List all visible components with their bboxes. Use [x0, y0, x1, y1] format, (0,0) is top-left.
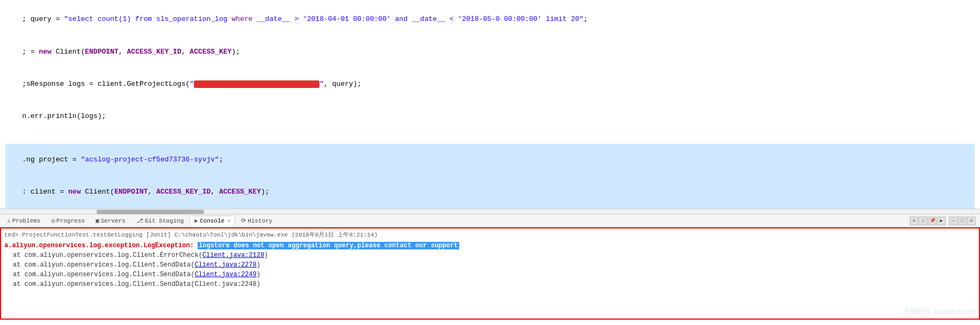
- tab-history[interactable]: ⟳ History: [236, 216, 277, 226]
- stack-link-3[interactable]: Client.java:2249: [194, 271, 256, 278]
- history-icon: ⟳: [241, 217, 246, 224]
- code-line-2: ; = new Client(ENDPOINT, ACCESS_KEY_ID, …: [5, 35, 975, 68]
- stack-link-2[interactable]: Client.java:2278: [194, 261, 256, 269]
- git-icon: ⎇: [136, 217, 143, 224]
- console-maximize-button[interactable]: □: [958, 217, 967, 225]
- stack-line-4: at com.aliyun.openservices.log.Client.Se…: [4, 279, 976, 289]
- console-content: ted> ProjectFunctionTest.testGetLogging …: [1, 228, 979, 291]
- console-icon: ▶: [194, 217, 198, 224]
- tabs-bar: ⚠ Problems ◷ Progress ▣ Servers ⎇ Git St…: [0, 215, 980, 227]
- stack-line-2: at com.aliyun.openservices.log.Client.Se…: [4, 260, 976, 270]
- warning-icon: ⚠: [7, 217, 11, 224]
- watermark: 云栖社区 yq.aliyun.com: [903, 307, 976, 316]
- error-message: logstore does not open aggregation query…: [198, 242, 459, 249]
- tab-problems[interactable]: ⚠ Problems: [2, 216, 45, 226]
- stack-line-3: at com.aliyun.openservices.log.Client.Se…: [4, 270, 976, 279]
- tab-servers[interactable]: ▣ Servers: [91, 216, 130, 226]
- code-line-7: : client = new Client(ENDPOINT, ACCESS_K…: [5, 176, 975, 208]
- code-line-1: ; query = "select count(1) from sls_oper…: [5, 3, 975, 35]
- console-scroll-lock-button[interactable]: ↕: [919, 217, 927, 225]
- console-pin-button[interactable]: 📌: [928, 217, 937, 225]
- tab-progress[interactable]: ◷ Progress: [46, 216, 89, 226]
- console-error-line: a.aliyun.openservices.log.exception.LogE…: [4, 241, 976, 250]
- tab-console[interactable]: ▶ Console ✕: [190, 216, 235, 226]
- code-line-6: .ng project = "acslog-project-cf5ed73736…: [5, 144, 975, 176]
- console-clear-button[interactable]: ✕: [910, 217, 918, 225]
- code-line-4: n.err.println(logs);: [5, 100, 975, 132]
- console-tab-close[interactable]: ✕: [227, 218, 230, 224]
- server-icon: ▣: [96, 217, 99, 224]
- console-close-button[interactable]: ✕: [967, 217, 976, 225]
- console-run-button[interactable]: ▶: [937, 217, 946, 225]
- console-minimize-button[interactable]: —: [949, 217, 957, 225]
- code-editor[interactable]: ; query = "select count(1) from sls_oper…: [0, 0, 980, 209]
- horizontal-scrollbar[interactable]: [0, 209, 980, 215]
- console-panel: ted> ProjectFunctionTest.testGetLogging …: [0, 227, 980, 320]
- tab-git-staging[interactable]: ⎇ Git Staging: [132, 216, 189, 226]
- progress-icon: ◷: [51, 217, 55, 224]
- console-run-line: ted> ProjectFunctionTest.testGetLogging …: [4, 231, 976, 240]
- code-line-5: [5, 133, 975, 144]
- stack-line-1: at com.aliyun.openservices.log.Client.Er…: [4, 250, 976, 260]
- code-line-3: ;sResponse logs = client.GetProjectLogs(…: [5, 68, 975, 100]
- stack-link-1[interactable]: Client.java:2128: [202, 252, 264, 259]
- scrollbar-thumb[interactable]: [97, 210, 204, 214]
